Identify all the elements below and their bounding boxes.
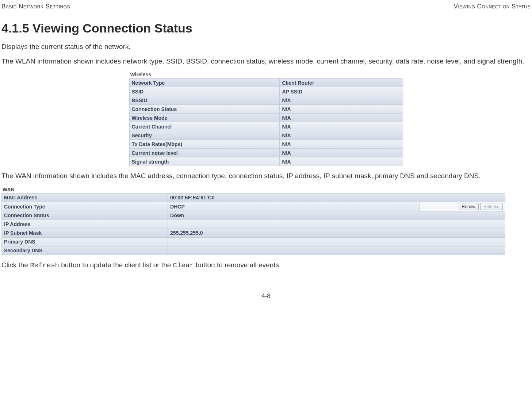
wan-table: MAC Address00:02:6F:E4:61:C0Connection T… <box>1 193 505 255</box>
footer-text-a: Click the <box>1 261 30 269</box>
table-row: SecurityN/A <box>129 131 403 140</box>
wan-row-label: Secondary DNS <box>2 246 168 255</box>
wan-row-value: Down <box>168 211 505 220</box>
table-row: IP Subnet Mask255.255.255.0 <box>2 229 505 237</box>
table-row: Connection TypeDHCPRenewRelease <box>2 202 505 211</box>
wan-row-label: MAC Address <box>2 193 168 202</box>
wireless-table: Network TypeClient RouterSSIDAP SSIDBSSI… <box>129 78 403 166</box>
page-number: 4-8 <box>1 292 531 300</box>
intro-text-3: The WAN information shown includes the M… <box>1 171 531 181</box>
table-row: Signal strengthN/A <box>129 157 403 166</box>
table-row: Current noise levelN/A <box>129 149 403 157</box>
wireless-row-label: Wireless Mode <box>129 114 280 122</box>
wireless-row-label: Current noise level <box>129 149 280 157</box>
intro-text-1: Displays the current status of the netwo… <box>1 42 531 51</box>
table-row: Network TypeClient Router <box>129 79 403 87</box>
intro-text-2: The WLAN information shown includes netw… <box>1 57 531 66</box>
table-row: SSIDAP SSID <box>129 87 403 96</box>
table-row: Connection StatusN/A <box>129 105 403 114</box>
wan-row-label: Primary DNS <box>2 237 168 246</box>
table-row: Current ChannelN/A <box>129 122 403 131</box>
breadcrumb-left: Basic Network Settings <box>1 3 70 10</box>
wan-row-value <box>168 220 505 229</box>
wireless-row-value: N/A <box>280 96 403 105</box>
wan-row-value: 255.255.255.0 <box>168 229 505 237</box>
wireless-caption: Wireless <box>129 71 403 78</box>
wan-row-buttons: RenewRelease <box>420 202 505 211</box>
table-row: Connection StatusDown <box>2 211 505 220</box>
wireless-row-value: N/A <box>280 114 403 122</box>
table-row: Wireless ModeN/A <box>129 114 403 122</box>
footer-text-c: button to update the client list or the <box>59 261 173 269</box>
wireless-row-label: Current Channel <box>129 122 280 131</box>
footer-instruction: Click the Refresh button to update the c… <box>1 260 531 271</box>
wireless-row-label: Connection Status <box>129 105 280 114</box>
clear-label: Clear <box>173 261 194 269</box>
wireless-row-label: Signal strength <box>129 157 280 166</box>
wan-row-label: Connection Status <box>2 211 168 220</box>
wireless-row-label: Tx Data Rates(Mbps) <box>129 140 280 149</box>
wireless-row-label: SSID <box>129 87 280 96</box>
wireless-figure: Wireless Network TypeClient RouterSSIDAP… <box>129 71 403 166</box>
wireless-row-label: BSSID <box>129 96 280 105</box>
wan-row-label: Connection Type <box>2 202 168 211</box>
section-title: 4.1.5 Viewing Connection Status <box>1 21 531 35</box>
table-row: MAC Address00:02:6F:E4:61:C0 <box>2 193 505 202</box>
wireless-row-value: N/A <box>280 131 403 140</box>
table-row: Secondary DNS <box>2 246 505 255</box>
wan-row-value <box>168 237 505 246</box>
wireless-row-label: Security <box>129 131 280 140</box>
table-row: Tx Data Rates(Mbps)N/A <box>129 140 403 149</box>
table-row: BSSIDN/A <box>129 96 403 105</box>
wan-row-value <box>168 246 505 255</box>
wan-row-value: 00:02:6F:E4:61:C0 <box>168 193 505 202</box>
wireless-row-value: N/A <box>280 140 403 149</box>
refresh-label: Refresh <box>30 261 59 269</box>
wireless-row-value: Client Router <box>280 79 403 87</box>
wireless-row-value: N/A <box>280 149 403 157</box>
wireless-row-value: N/A <box>280 122 403 131</box>
footer-text-e: button to remove all events. <box>194 261 281 269</box>
wan-row-label: IP Address <box>2 220 168 229</box>
wan-row-value: DHCP <box>168 202 420 211</box>
breadcrumb-right: Viewing Connection Status <box>454 3 531 10</box>
wireless-row-label: Network Type <box>129 79 280 87</box>
table-row: Primary DNS <box>2 237 505 246</box>
wireless-row-value: N/A <box>280 157 403 166</box>
wireless-row-value: N/A <box>280 105 403 114</box>
wan-row-label: IP Subnet Mask <box>2 229 168 237</box>
wan-figure: WAN MAC Address00:02:6F:E4:61:C0Connecti… <box>1 186 505 255</box>
wan-caption: WAN <box>1 186 505 193</box>
table-row: IP Address <box>2 220 505 229</box>
release-button[interactable]: Release <box>480 203 503 210</box>
wireless-row-value: AP SSID <box>280 87 403 96</box>
renew-button[interactable]: Renew <box>459 203 479 210</box>
